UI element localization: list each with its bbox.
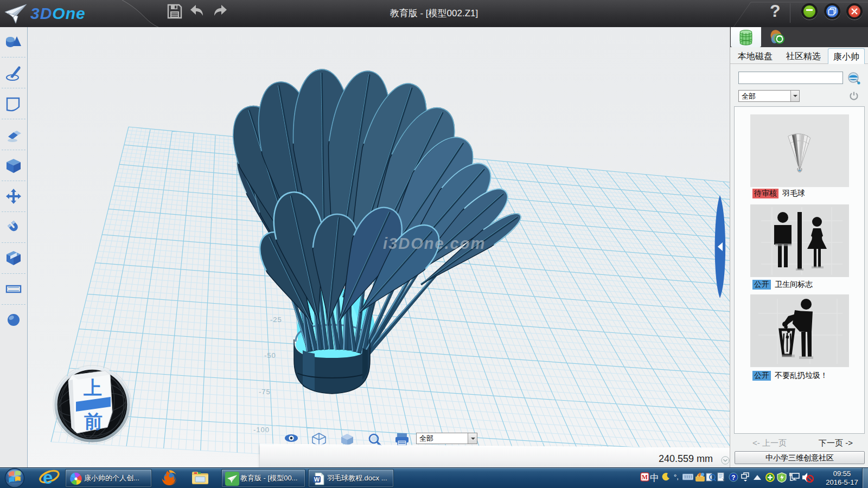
svg-text:?: ? <box>731 474 735 481</box>
svg-text:上: 上 <box>83 377 102 398</box>
svg-text:前: 前 <box>84 411 103 432</box>
svg-text:W: W <box>314 476 320 483</box>
svg-text:M: M <box>642 473 648 481</box>
